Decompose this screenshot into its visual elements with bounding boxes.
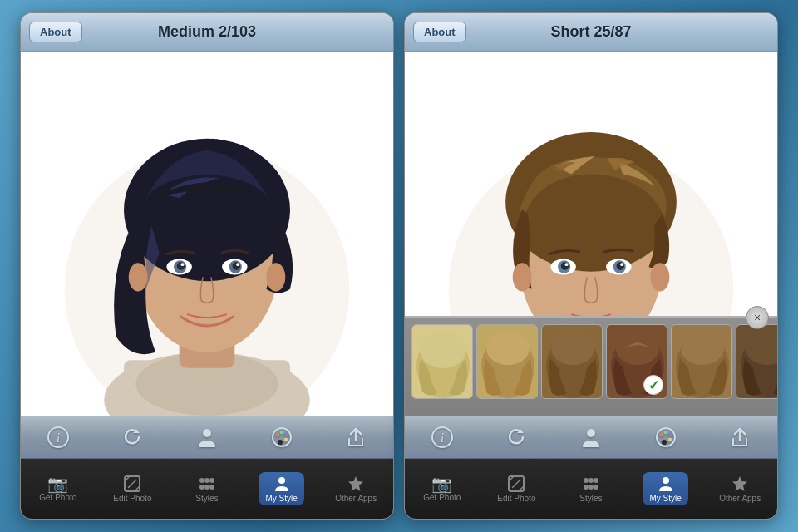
svg-point-71 <box>659 432 663 436</box>
right-nav-my-style[interactable]: My Style <box>628 459 703 519</box>
right-header: About Short 25/87 <box>405 13 777 52</box>
svg-point-74 <box>667 437 672 441</box>
svg-point-50 <box>565 263 569 266</box>
left-main-area <box>21 52 393 416</box>
right-nav-styles[interactable]: Styles <box>554 459 628 519</box>
palette-icon[interactable] <box>267 422 297 452</box>
info-icon[interactable]: i <box>43 422 73 452</box>
right-bottom-nav: 📷 Get Photo Edit Photo <box>405 459 777 519</box>
svg-point-21 <box>203 429 211 437</box>
svg-text:i: i <box>441 431 444 445</box>
svg-point-57 <box>486 332 530 365</box>
svg-point-75 <box>662 440 667 445</box>
person-icon[interactable] <box>192 422 222 452</box>
svg-point-35 <box>278 477 285 484</box>
svg-point-52 <box>513 263 532 291</box>
right-about-button[interactable]: About <box>413 22 466 42</box>
right-palette-icon[interactable] <box>651 422 681 452</box>
svg-point-34 <box>209 485 214 490</box>
svg-point-14 <box>181 263 185 266</box>
right-panel: About Short 25/87 <box>404 12 778 520</box>
svg-point-77 <box>584 478 589 483</box>
svg-point-72 <box>663 430 667 434</box>
left-panel: About Medium 2/103 <box>20 12 394 520</box>
hair-sample-1[interactable] <box>411 324 473 399</box>
right-main-area: × <box>405 52 777 416</box>
hair-sample-2[interactable] <box>476 324 538 399</box>
svg-text:i: i <box>57 431 60 445</box>
svg-point-26 <box>283 437 288 441</box>
right-refresh-icon[interactable] <box>501 422 531 452</box>
svg-point-24 <box>279 430 283 434</box>
left-header: About Medium 2/103 <box>21 13 393 52</box>
right-toolbar: i <box>405 416 777 459</box>
svg-point-30 <box>204 478 209 483</box>
refresh-icon[interactable] <box>117 422 147 452</box>
left-portrait <box>21 52 393 416</box>
hair-sample-5[interactable] <box>671 324 732 399</box>
svg-point-32 <box>200 485 204 490</box>
svg-point-17 <box>266 263 285 291</box>
svg-point-27 <box>278 440 283 445</box>
svg-point-79 <box>594 478 598 483</box>
svg-point-49 <box>616 262 624 270</box>
selected-checkmark: ✓ <box>643 375 663 395</box>
svg-point-73 <box>667 432 672 436</box>
right-person-icon[interactable] <box>576 422 606 452</box>
right-info-icon[interactable]: i <box>427 422 457 452</box>
svg-point-63 <box>681 332 724 365</box>
svg-point-15 <box>236 263 239 266</box>
svg-point-23 <box>275 432 279 436</box>
share-icon[interactable] <box>341 422 371 452</box>
svg-point-31 <box>209 478 214 483</box>
right-nav-get-photo[interactable]: 📷 Get Photo <box>405 459 480 519</box>
svg-point-80 <box>584 485 589 490</box>
left-title: Medium 2/103 <box>158 23 256 41</box>
svg-point-33 <box>204 485 209 490</box>
hair-color-picker: × <box>405 316 777 416</box>
svg-point-81 <box>589 485 594 490</box>
svg-point-83 <box>663 477 669 484</box>
right-nav-other-apps[interactable]: Other Apps <box>702 459 777 519</box>
svg-point-59 <box>551 332 594 365</box>
svg-point-78 <box>589 478 594 483</box>
svg-point-25 <box>283 432 288 436</box>
svg-point-48 <box>561 262 569 270</box>
svg-point-51 <box>620 263 623 266</box>
left-nav-other-apps[interactable]: Other Apps <box>318 459 393 519</box>
right-share-icon[interactable] <box>725 422 755 452</box>
hair-sample-4[interactable]: ✓ <box>606 324 667 399</box>
left-about-button[interactable]: About <box>29 22 82 42</box>
svg-point-53 <box>650 263 669 291</box>
svg-point-55 <box>420 332 466 368</box>
left-nav-get-photo[interactable]: 📷 Get Photo <box>21 459 96 519</box>
svg-point-16 <box>129 263 148 291</box>
hair-sample-6[interactable] <box>736 324 777 399</box>
left-bottom-nav: 📷 Get Photo Edit Photo <box>21 459 393 519</box>
svg-point-82 <box>594 485 598 490</box>
svg-point-12 <box>177 262 185 270</box>
right-nav-edit-photo[interactable]: Edit Photo <box>480 459 554 519</box>
right-title: Short 25/87 <box>550 23 631 41</box>
left-nav-styles[interactable]: Styles <box>170 459 244 519</box>
left-toolbar: i <box>21 416 393 459</box>
left-nav-edit-photo[interactable]: Edit Photo <box>96 459 170 519</box>
svg-point-13 <box>232 262 240 270</box>
left-nav-my-style[interactable]: My Style <box>244 459 319 519</box>
svg-point-61 <box>616 332 659 365</box>
hair-sample-3[interactable] <box>541 324 603 399</box>
svg-point-69 <box>587 429 595 437</box>
picker-close-button[interactable]: × <box>746 306 769 329</box>
svg-point-29 <box>200 478 204 483</box>
hair-samples-row: ✓ <box>405 318 777 402</box>
